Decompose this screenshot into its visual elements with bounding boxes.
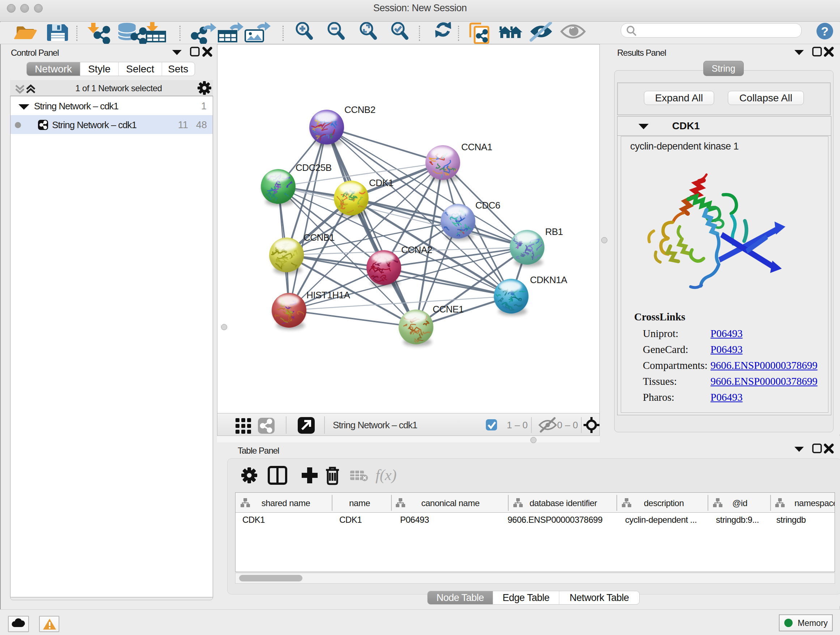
svg-text:CDC6: CDC6 [475, 200, 500, 211]
svg-text:0 – 0: 0 – 0 [557, 420, 578, 431]
svg-text:1 – 0: 1 – 0 [507, 420, 528, 431]
svg-text:CCNA2: CCNA2 [401, 244, 432, 255]
svg-text:HIST1H1A: HIST1H1A [306, 290, 350, 301]
svg-text:String Network – cdk1: String Network – cdk1 [333, 420, 417, 431]
svg-text:canonical name: canonical name [421, 498, 479, 508]
svg-text:namespace: namespace [794, 498, 835, 508]
svg-text:shared name: shared name [262, 498, 310, 508]
svg-text:CDK1: CDK1 [369, 177, 393, 188]
svg-text:CCNE1: CCNE1 [433, 304, 464, 315]
svg-text:CCNA1: CCNA1 [461, 141, 493, 152]
svg-text:@id: @id [732, 498, 747, 508]
svg-text:database identifier: database identifier [530, 498, 597, 508]
svg-text:name: name [349, 498, 370, 508]
svg-text:description: description [644, 498, 684, 508]
svg-text:CDC25B: CDC25B [295, 162, 332, 173]
svg-text:CDKN1A: CDKN1A [530, 274, 568, 285]
svg-text:CCNB2: CCNB2 [344, 104, 376, 115]
svg-text:f(x): f(x) [376, 467, 396, 484]
svg-text:?: ? [821, 24, 829, 38]
svg-text:CCNB1: CCNB1 [303, 232, 335, 243]
svg-text:RB1: RB1 [545, 226, 563, 237]
svg-text:1 of 1 Network selected: 1 of 1 Network selected [75, 83, 162, 93]
